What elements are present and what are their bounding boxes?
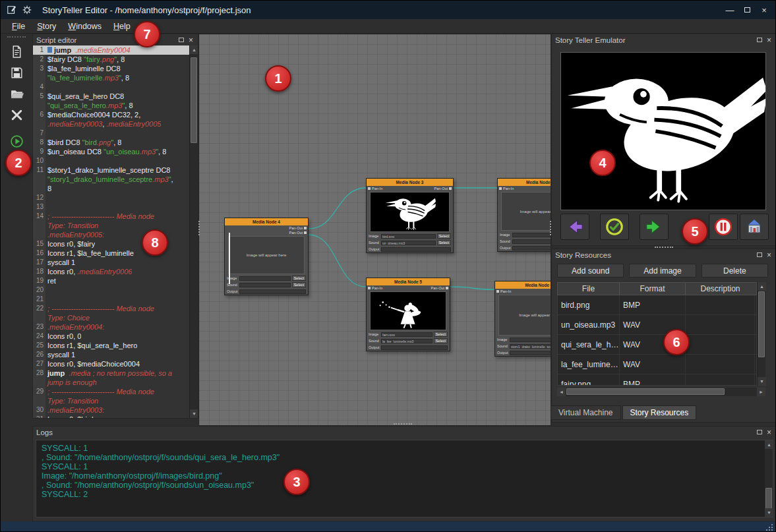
close-icon[interactable]: × <box>767 36 771 44</box>
node-field-value <box>381 345 448 350</box>
resources-table: FileFormatDescription bird.pngBMPun_oise… <box>557 282 757 386</box>
fairy-thumbnail-image <box>371 292 446 330</box>
table-cell: bird.png <box>558 295 620 314</box>
script-editor-area[interactable]: 1jump .mediaEntry00042$fairy DC8 "fairy.… <box>33 45 198 418</box>
node-select-button[interactable]: Select <box>292 282 306 287</box>
table-row[interactable]: un_oiseau.mp3WAV <box>558 315 756 335</box>
new-script-button[interactable] <box>5 43 28 60</box>
scroll-up-arrow[interactable]: ▲ <box>758 282 766 291</box>
graph-node[interactable]: Media Node 6Pan-InPan-OutImage will appe… <box>494 281 551 357</box>
scroll-up-arrow[interactable]: ▲ <box>765 440 773 449</box>
previous-button[interactable] <box>560 214 589 240</box>
scroll-down-arrow[interactable]: ▼ <box>190 409 198 418</box>
close-icon[interactable]: × <box>767 429 771 436</box>
purple-arrow-left-icon <box>565 217 585 237</box>
node-canvas[interactable]: Media Node 4Pan-OutPan-OutImage will app… <box>198 34 551 426</box>
home-button[interactable] <box>740 214 769 240</box>
menu-windows[interactable]: Windows <box>62 20 107 32</box>
run-story-button[interactable] <box>5 133 28 150</box>
scroll-thumb[interactable] <box>758 291 765 357</box>
add-sound-button[interactable]: Add sound <box>557 264 624 278</box>
delete-button[interactable]: Delete <box>701 264 768 278</box>
table-cell: fairy.png <box>558 374 620 386</box>
splitter-handle[interactable] <box>550 221 551 235</box>
validate-button[interactable] <box>600 214 629 240</box>
splitter-handle[interactable] <box>198 221 200 235</box>
node-select-button[interactable]: Select <box>434 332 448 337</box>
splitter-handle[interactable] <box>394 423 412 425</box>
scroll-thumb[interactable] <box>566 388 725 395</box>
close-icon[interactable]: × <box>189 36 193 44</box>
code-line: 17syscall 1 <box>33 258 189 267</box>
code-line: 14; -------------------------- Media nod… <box>33 212 189 221</box>
close-icon[interactable]: × <box>767 251 771 259</box>
logs-scrollbar-vertical[interactable]: ▲ ▼ <box>764 440 773 517</box>
scroll-right-arrow[interactable]: ► <box>757 388 765 396</box>
script-scrollbar-vertical[interactable]: ▲ ▼ <box>189 45 198 418</box>
node-field-label: Output <box>369 247 380 251</box>
logs-text: SYSCALL: 1, Sound: "/home/anthony/ostpro… <box>36 440 764 517</box>
column-header-file[interactable]: File <box>558 283 620 295</box>
table-scrollbar-vertical[interactable]: ▲ ▼ <box>757 282 765 386</box>
line-number: 17 <box>33 258 45 267</box>
node-field-value <box>381 247 451 252</box>
splitter-handle[interactable] <box>655 247 673 248</box>
node-select-button[interactable]: Select <box>292 276 306 281</box>
node-field-label: Output <box>497 351 508 355</box>
tab-story-resources[interactable]: Story Resources <box>622 405 697 420</box>
close-project-button[interactable] <box>5 106 28 123</box>
line-number: 15 <box>33 239 45 249</box>
save-button[interactable] <box>5 64 28 81</box>
float-icon[interactable] <box>757 252 762 257</box>
add-image-button[interactable]: Add image <box>629 264 696 278</box>
toolbar-drag-handle[interactable] <box>7 36 26 38</box>
line-number <box>33 396 45 405</box>
table-row[interactable]: qui_sera_le_h…WAV <box>558 335 756 355</box>
table-row[interactable]: la_fee_lumine…WAV <box>558 355 756 374</box>
tab-virtual-machine[interactable]: Virtual Machine <box>551 405 621 420</box>
node-image-preview <box>370 291 446 330</box>
scroll-down-arrow[interactable]: ▼ <box>758 377 766 386</box>
graph-node[interactable]: Media Node 3Pan-InPan-OutImagebird.pngSe… <box>366 178 454 253</box>
pause-button[interactable] <box>709 214 738 240</box>
float-icon[interactable] <box>757 38 762 42</box>
scroll-down-arrow[interactable]: ▼ <box>765 508 773 517</box>
table-row[interactable]: bird.pngBMP <box>558 295 756 315</box>
minimize-button[interactable]: — <box>721 3 738 17</box>
node-input-port: Pan-In <box>496 289 511 293</box>
table-scrollbar-horizontal[interactable]: ◄ ► <box>557 388 765 396</box>
node-select-button[interactable]: Select <box>437 240 451 245</box>
column-header-format[interactable]: Format <box>620 283 686 295</box>
menu-help[interactable]: Help <box>107 20 136 32</box>
line-number: 27 <box>33 359 45 369</box>
table-cell: la_fee_lumine… <box>558 355 620 374</box>
node-field-value: story1_drako_luminelle_sceptre.mp3 <box>510 344 551 349</box>
logs-titlebar: Logs × <box>33 427 776 438</box>
graph-node[interactable]: Media Node 5Pan-InPan-OutImagefairy.pngS… <box>366 278 450 351</box>
table-row[interactable]: fairy.pngBMP <box>558 374 756 386</box>
menu-file[interactable]: File <box>6 20 31 32</box>
code-line: jump is enough <box>33 378 189 387</box>
node-field-value <box>512 233 551 237</box>
play-icon <box>10 134 24 148</box>
scroll-up-arrow[interactable]: ▲ <box>190 45 198 54</box>
close-button[interactable]: × <box>756 3 773 17</box>
column-header-description[interactable]: Description <box>686 283 755 295</box>
resize-grip[interactable] <box>765 523 773 531</box>
node-output-port: Pan-Out <box>434 187 452 191</box>
graph-node[interactable]: Media Node 4Pan-OutPan-OutImage will app… <box>224 218 309 295</box>
float-icon[interactable] <box>179 38 184 42</box>
node-select-button[interactable]: Select <box>434 338 448 343</box>
line-number: 1 <box>33 45 45 55</box>
scroll-thumb[interactable] <box>765 488 772 511</box>
open-project-button[interactable] <box>5 85 28 102</box>
maximize-button[interactable] <box>738 3 756 17</box>
menu-story[interactable]: Story <box>31 20 62 32</box>
code-line: 9$un_oiseau DC8 "un_oiseau.mp3", 8 <box>33 147 189 156</box>
scroll-thumb[interactable] <box>191 57 197 143</box>
scroll-left-arrow[interactable]: ◄ <box>557 388 566 396</box>
float-icon[interactable] <box>757 430 762 434</box>
next-button[interactable] <box>640 214 669 240</box>
graph-node[interactable]: Media Node 6Pan-InPan-OutImage will appe… <box>497 178 551 252</box>
node-select-button[interactable]: Select <box>437 233 451 239</box>
